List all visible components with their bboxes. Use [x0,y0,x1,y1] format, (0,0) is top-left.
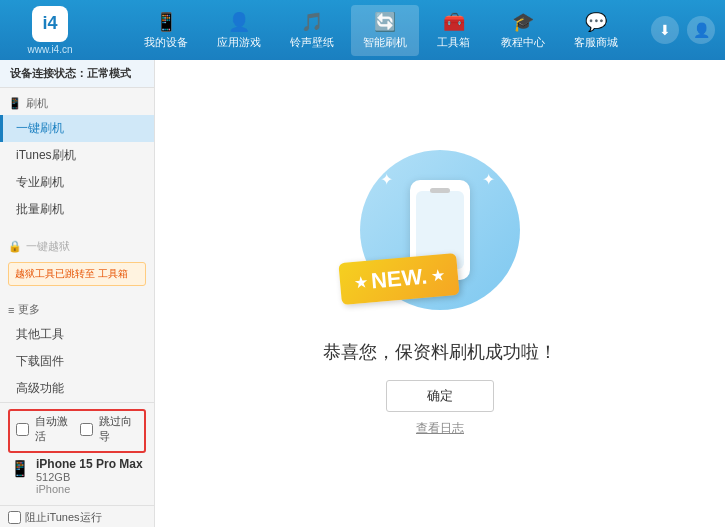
sidebar-bottom: 自动激活 跳过向导 📱 iPhone 15 Pro Max 512GB iPho… [0,402,154,505]
guide-label: 跳过向导 [99,414,138,444]
nav-ringtones[interactable]: 🎵 铃声壁纸 [278,5,346,56]
new-badge-text: NEW. [370,264,428,295]
warning-text: 越狱工具已跳转至 工具箱 [15,268,128,279]
nav-apps-icon: 👤 [228,11,250,33]
more-section-header: ≡ 更多 [0,298,154,321]
sidebar-item-pro-flash[interactable]: 专业刷机 [0,169,154,196]
content-area: ✦ ✦ NEW. 恭喜您，保资料刷机成功啦！ 确定 查看日志 [155,60,725,527]
itunes-checkbox[interactable] [8,511,21,524]
jailbreak-label: 一键越狱 [26,239,70,254]
nav-device-icon: 📱 [155,11,177,33]
auto-activate-label: 自动激活 [35,414,74,444]
flash-section-label: 刷机 [26,96,48,111]
nav-apps[interactable]: 👤 应用游戏 [205,5,273,56]
warning-box: 越狱工具已跳转至 工具箱 [8,262,146,286]
sparkle-tr: ✦ [482,170,495,189]
nav-toolbox[interactable]: 🧰 工具箱 [424,5,484,56]
device-item: 📱 iPhone 15 Pro Max 512GB iPhone [8,453,146,499]
device-info: iPhone 15 Pro Max 512GB iPhone [36,457,143,495]
device-type: iPhone [36,483,143,495]
sidebar-item-other-tools[interactable]: 其他工具 [0,321,154,348]
device-name: iPhone 15 Pro Max [36,457,143,471]
guide-row: 跳过向导 [80,414,138,444]
user-button[interactable]: 👤 [687,16,715,44]
jailbreak-disabled: 🔒 一键越狱 [0,235,154,258]
new-badge: NEW. [338,253,459,305]
auto-activate-box: 自动激活 跳过向导 [8,409,146,453]
sidebar-item-itunes-flash[interactable]: iTunes刷机 [0,142,154,169]
main-container: 设备连接状态：正常模式 📱 刷机 一键刷机 iTunes刷机 专业刷机 批量刷机… [0,60,725,527]
auto-activate-checkbox[interactable] [16,423,29,436]
nav-service-label: 客服商城 [574,35,618,50]
status-label: 设备连接状态： [10,67,87,79]
nav-ringtones-icon: 🎵 [301,11,323,33]
nav-tutorial-label: 教程中心 [501,35,545,50]
flash-section-icon: 📱 [8,97,22,110]
success-message: 恭喜您，保资料刷机成功啦！ [323,340,557,364]
sidebar-item-download-firmware[interactable]: 下载固件 [0,348,154,375]
confirm-button[interactable]: 确定 [386,380,494,412]
logo-subtext: www.i4.cn [27,44,72,55]
phone-circle: ✦ ✦ NEW. [360,150,520,310]
sparkle-tl: ✦ [380,170,393,189]
status-value: 正常模式 [87,67,131,79]
itunes-bar: 阻止iTunes运行 [0,505,154,527]
log-link[interactable]: 查看日志 [416,420,464,437]
sidebar-item-advanced[interactable]: 高级功能 [0,375,154,402]
nav-my-device[interactable]: 📱 我的设备 [132,5,200,56]
device-phone-icon: 📱 [10,459,30,478]
flash-section-header: 📱 刷机 [0,92,154,115]
nav-tutorial-icon: 🎓 [512,11,534,33]
download-button[interactable]: ⬇ [651,16,679,44]
status-bar: 设备连接状态：正常模式 [0,60,154,88]
nav-service[interactable]: 💬 客服商城 [562,5,630,56]
nav-apps-label: 应用游戏 [217,35,261,50]
flash-section: 📱 刷机 一键刷机 iTunes刷机 专业刷机 批量刷机 [0,88,154,227]
sidebar: 设备连接状态：正常模式 📱 刷机 一键刷机 iTunes刷机 专业刷机 批量刷机… [0,60,155,527]
nav-toolbox-icon: 🧰 [443,11,465,33]
sidebar-item-batch-flash[interactable]: 批量刷机 [0,196,154,223]
success-illustration: ✦ ✦ NEW. [360,150,520,320]
itunes-label: 阻止iTunes运行 [25,510,102,525]
phone-notch [430,188,450,193]
nav-flash-icon: 🔄 [374,11,396,33]
header-actions: ⬇ 👤 [651,16,715,44]
guide-checkbox[interactable] [80,423,93,436]
lock-icon: 🔒 [8,240,22,253]
nav-smart-flash[interactable]: 🔄 智能刷机 [351,5,419,56]
auto-activate-row: 自动激活 [16,414,74,444]
nav-toolbox-label: 工具箱 [437,35,470,50]
more-icon: ≡ [8,304,14,316]
header: i4 www.i4.cn 📱 我的设备 👤 应用游戏 🎵 铃声壁纸 🔄 智能刷机… [0,0,725,60]
more-label: 更多 [18,302,40,317]
device-storage: 512GB [36,471,143,483]
nav-tutorial[interactable]: 🎓 教程中心 [489,5,557,56]
nav-ringtones-label: 铃声壁纸 [290,35,334,50]
nav-flash-label: 智能刷机 [363,35,407,50]
sidebar-item-onekey-flash[interactable]: 一键刷机 [0,115,154,142]
logo-icon: i4 [32,6,68,42]
nav-device-label: 我的设备 [144,35,188,50]
logo: i4 www.i4.cn [10,6,90,55]
nav-bar: 📱 我的设备 👤 应用游戏 🎵 铃声壁纸 🔄 智能刷机 🧰 工具箱 🎓 教程中心… [110,5,651,56]
nav-service-icon: 💬 [585,11,607,33]
